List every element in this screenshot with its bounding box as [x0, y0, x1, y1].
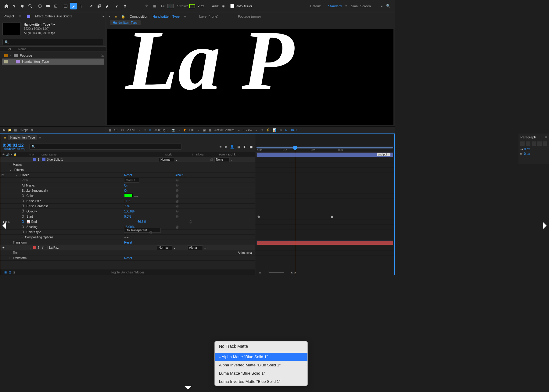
- timeline-search-input[interactable]: 🔍: [29, 144, 182, 150]
- star-icon[interactable]: ☆: [143, 3, 150, 9]
- pickwhip-icon[interactable]: @: [210, 158, 214, 161]
- comp-mini-flowchart-icon[interactable]: ⇥: [219, 145, 221, 149]
- zoom-in-icon[interactable]: ▲▲: [290, 270, 297, 274]
- orbit-icon[interactable]: [37, 3, 43, 9]
- flowchart-icon-viewer[interactable]: ⇲: [279, 128, 282, 132]
- workspace-more-icon[interactable]: »: [381, 4, 382, 8]
- trash-icon[interactable]: 🗑: [31, 128, 34, 132]
- comp-name[interactable]: Handwritten_Type 4 ▾: [24, 23, 55, 27]
- about-link[interactable]: About...: [175, 173, 186, 177]
- rotobezier-checkbox[interactable]: [230, 4, 234, 8]
- pixel-aspect-icon[interactable]: ⊡: [260, 128, 263, 132]
- type-tool-icon[interactable]: T: [78, 3, 85, 9]
- stroke-px-value[interactable]: 2 px: [198, 4, 204, 8]
- stopwatch-icon[interactable]: Ő: [22, 225, 24, 229]
- opacity-value[interactable]: 100.0%: [124, 210, 135, 213]
- stopwatch-active-icon[interactable]: Ő: [22, 220, 24, 223]
- snapshot-icon[interactable]: 📷: [171, 128, 175, 132]
- effect-controls-tab[interactable]: Effect Controls Blue Solid 1: [33, 13, 74, 19]
- lock-column-icon[interactable]: 🔒: [13, 153, 17, 156]
- brackets-icon[interactable]: {}: [13, 271, 15, 274]
- stopwatch-icon[interactable]: Ő: [22, 199, 24, 203]
- puppet-tool-icon[interactable]: [121, 3, 128, 9]
- video-column-icon[interactable]: 👁: [2, 153, 5, 156]
- toggle-switches-modes[interactable]: Toggle Switches / Modes: [111, 271, 145, 274]
- tag-icon[interactable]: 🏷: [8, 48, 11, 51]
- animate-button[interactable]: ◉: [250, 251, 253, 255]
- hand-tool-icon[interactable]: [19, 3, 26, 9]
- num-column-header[interactable]: #: [32, 153, 41, 156]
- transform-reset[interactable]: Reset: [124, 241, 132, 244]
- color-row[interactable]: ŐColor ⟹ @: [0, 193, 255, 198]
- paint-style-dropdown[interactable]: On Transparent: [124, 228, 161, 233]
- next-key-icon[interactable]: ▸: [9, 220, 10, 223]
- layer-2-row[interactable]: 👁 ⌄ 2 T La Paz Normal ⌄ Alpha ⌄: [0, 245, 255, 250]
- layer-1-mode-dropdown[interactable]: Normal: [159, 157, 174, 162]
- link-icon[interactable]: @: [175, 209, 179, 213]
- brush-hard-row[interactable]: ŐBrush Hardness 79% @: [0, 204, 255, 209]
- layer-2-name[interactable]: La Paz: [49, 246, 157, 249]
- text-row[interactable]: ›Text Animate:◉: [0, 250, 255, 255]
- effects-row[interactable]: ⌄Effects: [0, 167, 255, 173]
- link-icon[interactable]: @: [175, 225, 179, 229]
- t-column-header[interactable]: T: [190, 153, 196, 156]
- layer-none-tab[interactable]: Layer (none): [199, 15, 218, 18]
- link-icon[interactable]: @: [149, 230, 152, 234]
- name-column-header[interactable]: Name: [18, 48, 27, 51]
- workspace-default[interactable]: Default: [310, 4, 321, 8]
- draft3d-icon[interactable]: ◈: [224, 145, 227, 149]
- channel-icon[interactable]: ◐: [184, 128, 186, 132]
- pen-tool-icon[interactable]: [70, 3, 77, 9]
- add-vertex-icon[interactable]: ◉: [220, 3, 227, 9]
- trkmat-column-header[interactable]: TrkMat: [196, 153, 217, 156]
- link-icon[interactable]: @: [175, 199, 179, 203]
- reset-exposure-icon[interactable]: ↻: [285, 128, 287, 132]
- graph-icon[interactable]: 📈: [27, 220, 30, 223]
- keyframe-start[interactable]: [257, 216, 260, 219]
- eye-icon[interactable]: 👁: [2, 246, 5, 249]
- label-column-icon[interactable]: 🏷: [30, 153, 32, 156]
- viewer-subtab[interactable]: Handwritten_Type: [110, 20, 141, 25]
- exposure-value[interactable]: +0.0: [290, 128, 296, 132]
- link-icon[interactable]: @: [175, 204, 179, 208]
- brush-size-row[interactable]: ŐBrush Size 11.2 @: [0, 198, 255, 204]
- paint-style-row[interactable]: ŐPaint Style On Transparent ⌄ @: [0, 230, 255, 235]
- timeline-icon[interactable]: 📊: [273, 128, 276, 132]
- brush-hard-value[interactable]: 79%: [124, 205, 130, 208]
- stroke-swatch[interactable]: [189, 4, 195, 8]
- link-icon[interactable]: @: [189, 220, 192, 223]
- transparency-icon[interactable]: ▦: [209, 128, 211, 132]
- workspace-small-screen[interactable]: Small Screen: [351, 4, 371, 8]
- link-icon[interactable]: @: [175, 178, 179, 182]
- stroke-effect-row[interactable]: fx ⌄Stroke Reset About...: [0, 173, 255, 178]
- lock-icon[interactable]: 🔒: [121, 15, 125, 19]
- footage-none-tab[interactable]: Footage (none): [238, 15, 261, 18]
- all-masks-row[interactable]: All Masks On @: [0, 183, 255, 188]
- camera-icon[interactable]: [45, 3, 51, 9]
- masks-row[interactable]: ›Masks: [0, 162, 255, 167]
- zoom-out-icon[interactable]: ▲: [258, 270, 262, 274]
- fx-icon[interactable]: fx: [2, 173, 4, 177]
- toggle-modes-icon[interactable]: ⊡: [9, 271, 11, 274]
- panel-more-icon[interactable]: »: [102, 14, 104, 18]
- mask-icon[interactable]: 👓: [120, 128, 124, 132]
- keyframe-end[interactable]: [331, 216, 334, 219]
- layer-1-bar[interactable]: end point: [257, 152, 393, 157]
- audio-column-icon[interactable]: 🔊: [6, 153, 9, 156]
- rectangle-tool-icon[interactable]: [62, 3, 69, 9]
- snap-icon[interactable]: ▦: [151, 3, 158, 9]
- marker-end-point[interactable]: end point: [377, 153, 390, 156]
- bpc-button[interactable]: 16 bpc: [19, 128, 28, 132]
- alpha-icon[interactable]: ▦: [109, 128, 111, 132]
- fast-preview-icon[interactable]: ⚡: [266, 128, 270, 132]
- layer-2-label-color[interactable]: [33, 246, 36, 249]
- all-masks-value[interactable]: On: [124, 184, 128, 187]
- stroke-seq-row[interactable]: Stroke Sequentially On @: [0, 188, 255, 193]
- stopwatch-icon[interactable]: Ő: [22, 194, 24, 198]
- fill-swatch[interactable]: [167, 4, 174, 8]
- end-row[interactable]: ◂◇▸ Ő📈 End 66.6% @: [0, 219, 255, 224]
- brush-size-value[interactable]: 11.2: [124, 199, 130, 203]
- playhead[interactable]: [295, 147, 295, 275]
- grid-icon[interactable]: ⊞: [144, 128, 146, 132]
- home-icon[interactable]: [3, 3, 10, 9]
